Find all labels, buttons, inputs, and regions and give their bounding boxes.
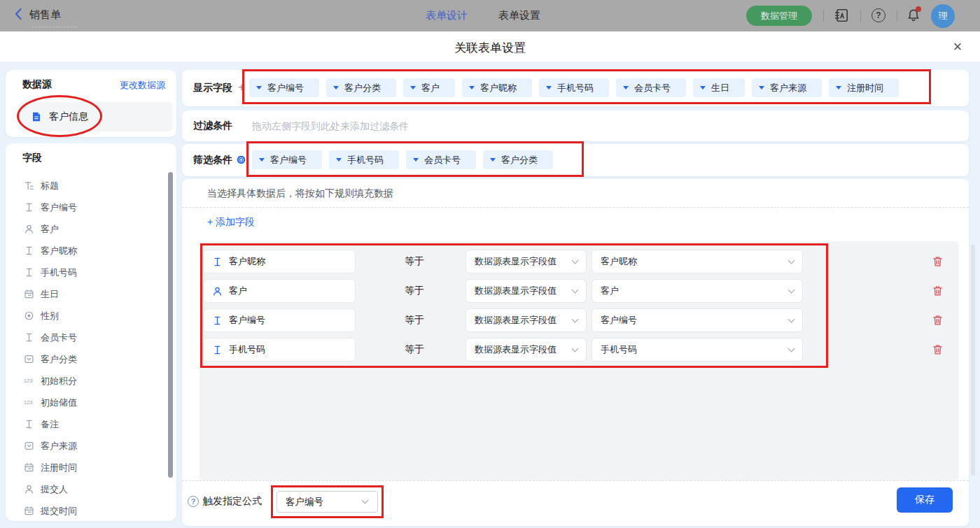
field-type-icon [24, 506, 34, 516]
display-field-tag[interactable]: 客户 [403, 78, 455, 97]
rule-target-dropdown[interactable]: 客户 [592, 279, 803, 303]
rule-target-dropdown[interactable]: 客户昵称 [592, 250, 803, 273]
datasource-item-label: 客户信息 [49, 110, 88, 123]
close-icon[interactable]: × [948, 37, 967, 57]
modal-header: 关联表单设置 × [0, 31, 980, 62]
field-type-icon [24, 311, 34, 321]
field-label: 提交人 [41, 483, 68, 496]
rule-field-box[interactable]: 客户 [203, 279, 356, 303]
delete-rule-icon[interactable] [932, 285, 944, 299]
avatar[interactable]: 理 [931, 4, 955, 28]
rule-target-dropdown[interactable]: 客户编号 [592, 308, 803, 332]
rule-source-dropdown[interactable]: 数据源表显示字段值 [465, 308, 587, 332]
rule-field-box[interactable]: 手机号码 [203, 338, 356, 362]
field-list-item[interactable]: 会员卡号 [6, 327, 172, 348]
data-manage-button[interactable]: 数据管理 [746, 6, 812, 26]
tag-label: 客户昵称 [480, 82, 517, 94]
display-field-tag[interactable]: 生日 [693, 78, 745, 97]
rule-field-box[interactable]: 客户昵称 [203, 250, 356, 273]
display-field-tag[interactable]: 客户编号 [249, 78, 319, 97]
field-list-item[interactable]: 提交人 [6, 478, 172, 500]
rules-scrollbar-track[interactable] [971, 245, 975, 476]
delete-rule-icon[interactable] [932, 343, 944, 358]
delete-rule-icon[interactable] [932, 314, 944, 329]
field-list-item[interactable]: 客户分类 [6, 348, 172, 370]
field-type-icon [24, 441, 34, 451]
add-display-field-button[interactable]: + [238, 80, 245, 94]
chevron-down-icon [362, 497, 369, 504]
rule-field-label: 客户 [229, 285, 247, 297]
field-list-item[interactable]: 客户编号 [6, 197, 172, 218]
field-label: 初始积分 [41, 375, 77, 387]
caret-down-icon [623, 86, 629, 90]
field-label: 生日 [41, 288, 59, 301]
filter-panel[interactable]: 过滤条件 拖动左侧字段到此处来添加过滤条件 [182, 110, 969, 141]
display-field-tag[interactable]: 客户分类 [326, 78, 396, 97]
tab-form-design[interactable]: 表单设计 [426, 9, 468, 22]
display-field-tag[interactable]: 注册时间 [829, 78, 899, 97]
tag-label: 生日 [711, 82, 729, 94]
rule-source-dropdown[interactable]: 数据源表显示字段值 [465, 279, 587, 303]
field-list-item[interactable]: 提交时间 [6, 500, 172, 521]
field-type-icon [212, 345, 223, 355]
svg-text:123: 123 [24, 399, 33, 406]
rules-hint: 当选择具体数据后，将按如下规则填充数据 [207, 187, 393, 200]
save-button[interactable]: 保存 [897, 487, 953, 513]
field-list-item[interactable]: 备注 [6, 413, 172, 435]
fields-scrollbar-thumb[interactable] [168, 172, 173, 478]
field-list-item[interactable]: 客户来源 [6, 435, 172, 457]
help-icon[interactable]: ? [872, 8, 886, 22]
field-list-item[interactable]: 注册时间 [6, 457, 172, 478]
field-list-item[interactable]: 123 初始积分 [6, 370, 172, 392]
sift-field-tag[interactable]: 手机号码 [329, 150, 399, 169]
chevron-down-icon [788, 286, 795, 293]
contacts-icon[interactable] [834, 8, 849, 25]
display-field-tag[interactable]: 客户来源 [752, 78, 822, 97]
field-type-icon [24, 180, 34, 191]
rule-row: 客户编号 等于 数据源表显示字段值 客户编号 [182, 308, 969, 332]
tag-label: 手机号码 [347, 154, 384, 166]
rule-target-value: 客户 [601, 285, 619, 297]
field-type-icon [24, 354, 34, 364]
caret-down-icon [256, 86, 262, 90]
fields-title: 字段 [22, 152, 42, 164]
field-list-item[interactable]: 生日 [6, 283, 172, 305]
display-field-tag[interactable]: 手机号码 [539, 78, 609, 97]
field-list-item[interactable]: 性别 [6, 305, 172, 327]
rule-target-dropdown[interactable]: 手机号码 [592, 338, 803, 362]
rule-field-box[interactable]: 客户编号 [203, 308, 356, 332]
filter-drop-placeholder: 拖动左侧字段到此处来添加过滤条件 [252, 120, 409, 133]
tag-label: 客户分类 [344, 82, 381, 94]
field-list-item[interactable]: 标题 [6, 175, 172, 197]
caret-down-icon [759, 86, 764, 90]
tag-label: 会员卡号 [424, 154, 461, 166]
back-button[interactable]: 销售单 [14, 8, 61, 22]
field-list-item[interactable]: 123 初始储值 [6, 392, 172, 413]
sift-field-tag[interactable]: 会员卡号 [406, 150, 476, 169]
display-field-tag[interactable]: 客户昵称 [462, 78, 532, 97]
delete-rule-icon[interactable] [932, 255, 944, 270]
filter-label: 过滤条件 [193, 120, 232, 132]
field-list-item[interactable]: 手机号码 [6, 262, 172, 283]
rule-source-value: 数据源表显示字段值 [475, 285, 556, 297]
add-rule-field-link[interactable]: + 添加字段 [207, 216, 255, 229]
trigger-formula-dropdown[interactable]: 客户编号 [276, 491, 378, 513]
formula-help-icon[interactable]: ? [188, 496, 199, 507]
display-field-tag[interactable]: 会员卡号 [616, 78, 686, 97]
gear-icon[interactable] [236, 155, 246, 167]
datasource-item[interactable]: 客户信息 [18, 102, 172, 131]
field-label: 客户编号 [41, 201, 77, 214]
tag-label: 客户编号 [270, 154, 307, 166]
field-list-item[interactable]: 客户昵称 [6, 240, 172, 262]
sift-field-tag[interactable]: 客户分类 [483, 150, 553, 169]
field-list-item[interactable]: 客户 [6, 218, 172, 240]
field-type-icon [24, 332, 34, 343]
tab-form-settings[interactable]: 表单设置 [498, 9, 540, 22]
sift-field-tag[interactable]: 客户编号 [252, 150, 322, 169]
field-label: 客户分类 [41, 353, 77, 366]
rule-source-dropdown[interactable]: 数据源表显示字段值 [465, 338, 587, 362]
rule-source-dropdown[interactable]: 数据源表显示字段值 [465, 250, 587, 273]
tag-label: 注册时间 [847, 82, 883, 94]
change-datasource-link[interactable]: 更改数据源 [120, 79, 165, 92]
notification-bell-icon[interactable] [906, 8, 921, 25]
